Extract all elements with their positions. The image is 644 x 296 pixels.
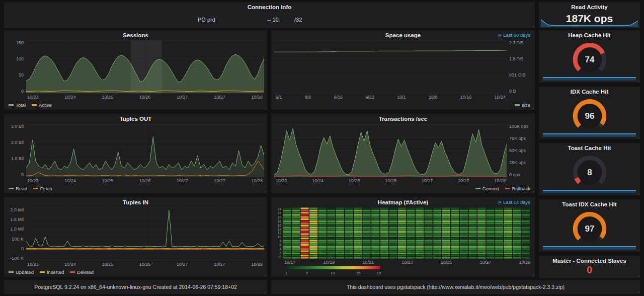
x-tick-label: 10/27 — [177, 178, 188, 184]
x-tick-label: 10/27 — [422, 178, 433, 184]
legend-item[interactable]: Active — [32, 102, 52, 108]
heatmap-panel: Heatmap (#Active) ◷Last 14 days 24222018… — [271, 197, 535, 277]
panel-title[interactable]: Connection Info — [4, 2, 535, 12]
postgres-version-text: PostgreSQL 9.2.24 on x86_64-unknown-linu… — [4, 280, 267, 294]
clock-icon: ◷ — [498, 33, 502, 38]
time-range-label: Last 60 days — [503, 32, 530, 38]
panel-title[interactable]: Toast Cache Hit — [539, 143, 640, 153]
y-tick-label: -500 K — [7, 256, 24, 261]
legend-item[interactable]: Fetch — [33, 186, 52, 191]
y-tick-label: 2.0 Mil — [7, 207, 24, 212]
x-tick-label: 10/27 — [214, 262, 225, 268]
legend-swatch-icon — [9, 188, 14, 189]
panel-title[interactable]: Tuples IN — [4, 197, 267, 207]
x-tick-label: 10/26 — [139, 262, 151, 268]
gauge-value: 97 — [585, 224, 594, 234]
y-axis: 3.0 Bil2.0 Bil1.0 Bil0 — [7, 124, 26, 177]
toast-idx-cache-hit-panel: Toast IDX Cache Hit 97 — [539, 199, 640, 252]
legend-item[interactable]: Read — [9, 186, 27, 191]
x-tick-label: 10/27 — [458, 178, 469, 184]
y-tick-label: 150 — [7, 40, 24, 45]
x-tick-label: 10/24 — [64, 95, 76, 101]
connection-info-panel: Connection Info PG prd -- 10. /32 — [4, 2, 535, 28]
heatmap-y-tick-label: 0 — [274, 255, 281, 259]
gauge: 8 — [559, 152, 620, 188]
legend: ReadFetch — [9, 185, 52, 192]
panel-title[interactable]: Sessions — [4, 30, 267, 40]
pgstatspack-link-text[interactable]: This dashboard uses pgstatspack (http://… — [271, 280, 640, 294]
y-tick-label: 0 B — [509, 89, 532, 94]
panel-title[interactable]: Toast IDX Cache Hit — [539, 199, 640, 209]
x-tick-label: 10/25 — [102, 178, 113, 184]
read-activity-value: 187K ops — [539, 13, 640, 25]
legend: CommitRollback — [475, 185, 530, 192]
heap-cache-hit-panel: Heap Cache Hit 74 — [539, 30, 640, 83]
y-tick-label: 75K ops — [509, 136, 532, 141]
legend-item[interactable]: Rollback — [505, 186, 530, 191]
x-tick-label: 10/23 — [27, 95, 39, 101]
connection-ip: -- 10. — [267, 17, 280, 23]
legend-item[interactable]: Deleted — [70, 269, 94, 275]
y-tick-label: 100K ops — [509, 124, 532, 129]
x-tick-label: 10/27 — [177, 262, 188, 268]
legend-label: Fetch — [40, 186, 52, 191]
panel-title[interactable]: Transactions /sec — [271, 114, 535, 124]
scale-tick-label: 10 — [331, 271, 335, 275]
legend-item[interactable]: Updated — [9, 269, 34, 275]
x-tick-label: 9/8 — [305, 95, 311, 101]
tuples-out-panel: Tuples OUT 3.0 Bil2.0 Bil1.0 Bil0 10/231… — [4, 114, 267, 193]
legend-swatch-icon — [33, 188, 38, 189]
x-axis: 10/2310/2410/2510/2610/2710/2710/28 — [27, 95, 263, 101]
chart-plot[interactable] — [26, 40, 264, 94]
legend-item[interactable]: Total — [9, 102, 26, 108]
legend-label: Active — [39, 102, 52, 108]
heatmap-x-tick-label: 10/29 — [519, 260, 530, 265]
y-axis: 150100500 — [7, 40, 26, 94]
legend-swatch-icon — [70, 271, 75, 273]
chart-plot[interactable] — [26, 124, 264, 177]
chart-plot[interactable] — [274, 124, 507, 177]
panel-title[interactable]: IDX Cache Hit — [539, 87, 640, 97]
heatmap-y-tick-label: 18 — [274, 219, 281, 223]
x-tick-label: 10/25 — [102, 95, 113, 101]
heatmap-y-tick-label: 24 — [274, 207, 281, 211]
x-tick-label: 10/26 — [139, 178, 151, 184]
y-axis-right: 2.7 TiB1.8 TiB931 GiB0 B — [507, 40, 532, 94]
heatmap-cells[interactable] — [283, 207, 530, 259]
x-axis: 10/2310/2410/2510/2610/2710/2710/28 — [276, 178, 506, 184]
x-tick-label: 9/1 — [276, 95, 282, 101]
y-tick-label: 0 — [7, 89, 24, 94]
chart-plot[interactable] — [26, 207, 264, 261]
heatmap-y-axis: 242220181614121086420 — [274, 207, 283, 259]
x-tick-label: 10/27 — [177, 95, 188, 101]
x-tick-label: 10/1 — [397, 95, 406, 101]
panel-title[interactable]: Heatmap (#Active) — [271, 197, 535, 207]
x-tick-label: 10/16 — [460, 95, 472, 101]
legend-label: Rollback — [512, 186, 530, 191]
connection-db-name: PG prd — [198, 17, 215, 23]
legend-swatch-icon — [475, 188, 480, 189]
chart-plot[interactable] — [274, 40, 507, 94]
legend-item[interactable]: size — [515, 102, 530, 108]
legend-item[interactable]: Inserted — [40, 269, 64, 275]
x-tick-label: 10/23 — [27, 262, 39, 268]
legend-label: Updated — [16, 269, 34, 275]
heatmap-x-tick-label: 10/17 — [284, 260, 296, 265]
panel-title[interactable]: Space usage — [271, 30, 535, 40]
legend-label: Inserted — [47, 269, 64, 275]
legend-item[interactable]: Commit — [475, 186, 499, 191]
panel-title[interactable]: Read Activity — [539, 2, 640, 12]
gauge-value: 8 — [587, 168, 592, 177]
heatmap-x-tick-label: 10/19 — [324, 260, 335, 265]
x-tick-label: 10/23 — [27, 178, 39, 184]
panel-title[interactable]: Heap Cache Hit — [539, 30, 640, 40]
x-tick-label: 10/28 — [251, 178, 263, 184]
panel-title[interactable]: Tuples OUT — [4, 114, 267, 124]
y-tick-label: 100 — [7, 56, 24, 61]
grafana-dashboard: Connection Info PG prd -- 10. /32 Read A… — [0, 0, 644, 296]
y-axis: 2.0 Mil1.5 Mil1.0 Mil500 K0-500 K — [7, 207, 26, 261]
legend-swatch-icon — [505, 188, 510, 189]
legend-label: Read — [16, 186, 27, 191]
x-tick-label: 10/24 — [64, 262, 76, 268]
heatmap-y-tick-label: 20 — [274, 215, 281, 219]
